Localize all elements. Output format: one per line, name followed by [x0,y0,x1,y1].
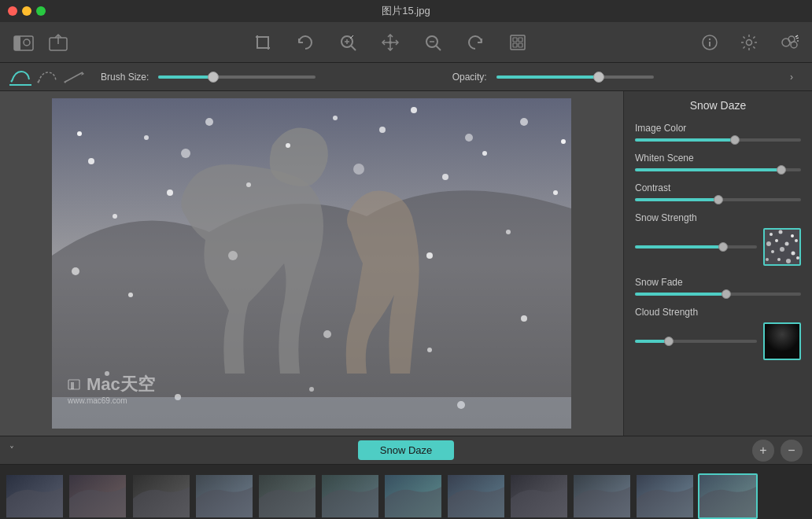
snow-strength-with-preview [635,228,801,266]
snow-preview-svg [765,230,799,264]
brush-size-slider[interactable] [158,75,436,79]
rotate-button[interactable] [291,28,319,57]
canvas-button[interactable] [504,28,532,57]
film-thumb-2 [131,473,191,519]
svg-point-31 [144,135,149,140]
svg-point-74 [792,252,795,256]
brushbar-expand-button[interactable]: › [784,69,799,85]
filmstrip-item-misty1[interactable]: Misty1 [572,473,632,520]
svg-point-57 [181,149,190,158]
brush-tool-1[interactable] [9,68,31,86]
svg-point-2 [24,39,30,46]
move-button[interactable] [376,28,404,57]
svg-point-53 [77,131,82,136]
add-effect-button[interactable]: + [752,440,774,462]
film-thumb-6 [383,473,443,519]
svg-point-58 [353,164,364,175]
svg-point-77 [786,259,791,263]
toolbar-center [85,28,696,57]
titlebar: 图片15.jpg [0,0,812,22]
traffic-lights [8,6,46,16]
svg-point-55 [333,116,338,120]
opacity-label: Opacity: [452,72,487,83]
zoom-out-button[interactable] [419,28,447,57]
brush-tool-3[interactable] [63,68,85,86]
filmstrip-item-contrastedbw3[interactable]: ContrastedB&W3 [131,473,191,520]
snow-fade-label: Snow Fade [635,277,801,288]
svg-point-59 [465,134,473,142]
brush-tools [9,68,85,86]
snow-fade-slider[interactable] [635,293,801,296]
filmstrip-item-light5[interactable]: Light5 [446,473,506,520]
active-effect-button[interactable]: Snow Daze [358,440,454,460]
svg-point-24 [747,39,752,45]
snow-strength-slider[interactable] [635,245,757,248]
brush-size-label: Brush Size: [101,72,149,83]
bottom-chevron-button[interactable]: ˅ [9,445,14,456]
filmstrip-item-light4[interactable]: Light4 [383,473,443,520]
crop-button[interactable] [249,28,277,57]
svg-point-72 [771,250,774,253]
zoom-in-button[interactable] [334,28,362,57]
filmstrip-item-misty2[interactable]: Misty2 [635,473,695,520]
svg-point-65 [770,233,773,236]
opacity-track[interactable] [496,75,654,79]
opacity-slider[interactable] [496,75,774,79]
export-button[interactable] [44,28,72,57]
cloud-strength-slider[interactable] [635,340,757,343]
bottom-bar: ˅ Snow Daze + − [0,436,812,464]
param-image-color: Image Color [635,123,801,142]
filmstrip-item-contrasted1[interactable]: Contrasted1 [68,473,127,520]
cloud-preview-svg [765,324,799,359]
window-title: 图片15.jpg [382,4,430,18]
watermark: Mac天空 www.mac69.com [68,373,155,405]
redo-button[interactable] [461,28,489,57]
remove-effect-button[interactable]: − [781,440,803,462]
brush-tool-2[interactable] [36,68,58,86]
brush-size-track[interactable] [158,75,316,79]
content-area: Mac天空 www.mac69.com Snow Daze Image Colo… [0,91,812,436]
contrast-label: Contrast [635,182,801,193]
bottom-plus-minus: + − [752,440,803,462]
svg-point-35 [482,151,487,156]
svg-point-42 [72,267,79,275]
svg-point-46 [323,330,331,338]
svg-point-8 [389,41,392,44]
svg-point-56 [561,139,566,144]
canvas-area[interactable]: Mac天空 www.mac69.com [0,91,623,436]
svg-point-67 [791,234,794,237]
canvas-image: Mac天空 www.mac69.com [52,98,571,429]
cloud-strength-label: Cloud Strength [635,307,801,318]
minimize-button[interactable] [22,6,31,16]
svg-point-76 [777,258,781,261]
right-panel: Snow Daze Image Color Whiten Scene Contr… [623,91,812,436]
svg-rect-18 [519,38,522,42]
filmstrip-item-light2[interactable]: Light2 [257,473,317,520]
filmstrip-item-light3[interactable]: Light3 [320,473,380,520]
svg-point-66 [779,230,783,234]
svg-point-47 [427,348,432,352]
filmstrip-item-blizzard1[interactable]: Blizzard1 [5,473,65,520]
maximize-button[interactable] [36,6,46,16]
param-snow-fade: Snow Fade [635,277,801,296]
effects-button[interactable] [774,28,803,57]
settings-button[interactable] [735,28,763,57]
svg-point-39 [246,182,251,187]
filmstrip-item-mistybw2[interactable]: MistyB&W2 [698,473,758,520]
filmstrip-item-light1[interactable]: Light1 [194,473,254,520]
close-button[interactable] [8,6,17,16]
image-color-slider[interactable] [635,138,801,142]
snow-strength-preview [763,228,801,266]
film-thumb-8 [509,473,569,519]
svg-line-5 [352,46,356,50]
film-thumb-11 [698,473,758,519]
svg-point-30 [88,158,94,164]
filmstrip-item-lightbw1[interactable]: LightB&W1 [509,473,569,520]
whiten-scene-slider[interactable] [635,168,801,171]
photo-button[interactable] [9,28,38,57]
svg-rect-19 [513,43,517,47]
info-button[interactable] [696,28,724,57]
svg-point-27 [791,42,797,48]
svg-rect-1 [14,36,20,50]
contrast-slider[interactable] [635,198,801,201]
